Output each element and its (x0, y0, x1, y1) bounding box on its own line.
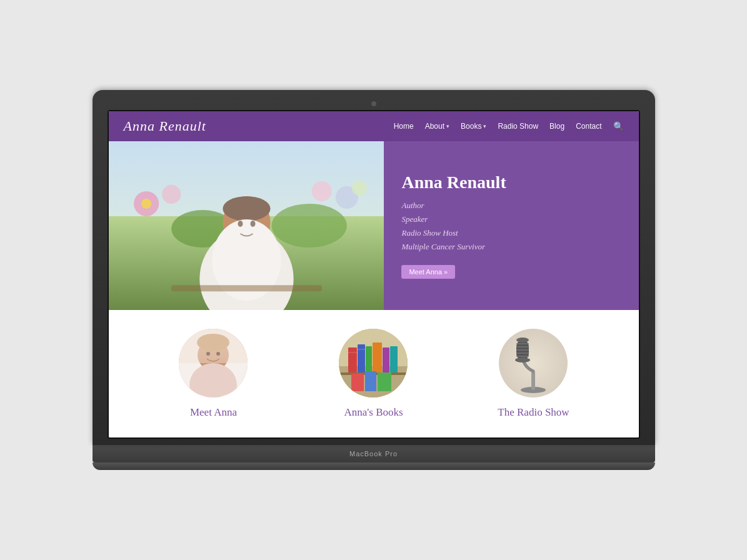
svg-rect-39 (351, 374, 364, 391)
laptop-lid: Anna Renault Home About ▾ Books ▾ (93, 90, 655, 445)
card-annas-books[interactable]: Anna's Books (301, 329, 445, 419)
nav-about-label: About (425, 122, 444, 131)
svg-point-4 (162, 185, 181, 204)
laptop-base: MacBook Pro (93, 445, 655, 462)
hero-image-area (109, 141, 384, 310)
svg-rect-30 (348, 348, 357, 372)
books-photo (339, 329, 408, 398)
card-radio-show[interactable]: The Radio Show (461, 329, 605, 419)
laptop-foot (93, 462, 655, 470)
laptop-screen: Anna Renault Home About ▾ Books ▾ (108, 110, 640, 439)
svg-point-52 (515, 358, 530, 362)
laptop-camera (371, 101, 376, 106)
svg-point-9 (271, 204, 346, 248)
svg-rect-33 (373, 342, 382, 372)
nav-radio-show[interactable]: Radio Show (498, 122, 538, 131)
card-meet-anna[interactable]: Meet Anna (141, 329, 285, 419)
svg-rect-41 (378, 372, 391, 391)
nav-home-label: Home (394, 122, 414, 131)
hero-content: Anna Renault Author Speaker Radio Show H… (384, 141, 638, 310)
hero-photo (109, 141, 384, 310)
hero-name: Anna Renault (401, 172, 621, 192)
svg-rect-25 (179, 329, 248, 363)
chevron-down-icon: ▾ (483, 123, 486, 129)
svg-rect-34 (383, 348, 389, 372)
svg-rect-16 (171, 285, 322, 291)
garden-svg (109, 141, 384, 310)
chevron-down-icon: ▾ (446, 123, 449, 129)
site-logo[interactable]: Anna Renault (124, 118, 206, 134)
website: Anna Renault Home About ▾ Books ▾ (109, 111, 639, 438)
search-icon[interactable]: 🔍 (613, 121, 624, 131)
hero-role-speaker: Speaker (401, 212, 621, 226)
nav-contact[interactable]: Contact (576, 122, 601, 131)
nav-about[interactable]: About ▾ (425, 122, 449, 131)
nav-radio-label: Radio Show (498, 122, 538, 131)
hero-section: Anna Renault Author Speaker Radio Show H… (109, 141, 639, 310)
laptop-container: Anna Renault Home About ▾ Books ▾ (93, 90, 655, 470)
svg-rect-45 (531, 371, 535, 390)
svg-point-6 (351, 181, 366, 196)
nav-books-label: Books (461, 122, 481, 131)
svg-rect-35 (390, 346, 398, 372)
svg-rect-31 (358, 344, 365, 372)
svg-point-7 (311, 181, 331, 201)
hero-roles: Author Speaker Radio Show Host Multiple … (401, 199, 621, 254)
site-nav: Home About ▾ Books ▾ Radio Show (394, 121, 624, 131)
site-header: Anna Renault Home About ▾ Books ▾ (109, 111, 639, 141)
card-label-meet-anna: Meet Anna (190, 406, 237, 419)
hero-role-author: Author (401, 199, 621, 212)
svg-point-14 (238, 221, 243, 227)
nav-blog-label: Blog (549, 122, 564, 131)
card-image-radio-show (499, 329, 568, 398)
card-image-annas-books (339, 329, 408, 398)
nav-contact-label: Contact (576, 122, 601, 131)
card-image-meet-anna (179, 329, 248, 398)
hero-role-survivor: Multiple Cancer Survivor (401, 240, 621, 254)
svg-point-53 (516, 338, 529, 342)
svg-point-11 (223, 196, 270, 221)
nav-home[interactable]: Home (394, 122, 414, 131)
svg-rect-40 (365, 371, 376, 391)
meet-anna-photo (179, 329, 248, 398)
nav-blog[interactable]: Blog (549, 122, 564, 131)
svg-point-3 (141, 199, 151, 209)
laptop-brand-label: MacBook Pro (349, 450, 398, 458)
svg-point-15 (250, 221, 255, 227)
svg-rect-32 (366, 346, 372, 372)
meet-anna-button[interactable]: Meet Anna » (401, 265, 455, 279)
radio-photo (499, 329, 568, 398)
nav-books[interactable]: Books ▾ (461, 122, 486, 131)
card-label-radio-show: The Radio Show (498, 406, 569, 419)
card-label-annas-books: Anna's Books (344, 406, 403, 419)
hero-role-radio: Radio Show Host (401, 226, 621, 240)
cards-section: Meet Anna (109, 310, 639, 438)
